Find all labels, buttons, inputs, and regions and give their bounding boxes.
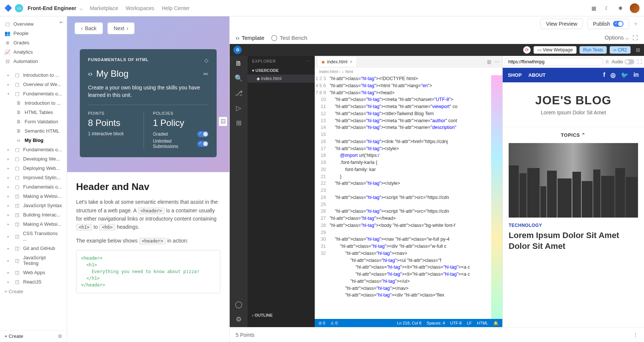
outline-section[interactable]: › OUTLINE [248, 311, 277, 319]
tree-Building-Interac-[interactable]: ▸◫Building Interac... [0, 210, 67, 219]
blog-topics[interactable]: TOPICS ⌃ [503, 127, 644, 143]
tree-child-Form-Validation[interactable]: 🗎Form Validation [0, 117, 67, 126]
view-preview-button[interactable]: View Preview [540, 19, 583, 29]
nav-marketplace[interactable]: Marketplace [90, 5, 118, 11]
code-editor[interactable]: "hl-attr">class="hl-tag"><!DOCTYPE html>… [330, 75, 491, 319]
course-title[interactable]: Front-End Engineer [28, 5, 76, 11]
facebook-icon[interactable]: f [603, 72, 605, 79]
grid-icon[interactable]: ⊞ [636, 47, 640, 53]
tree-Deploying-Web-[interactable]: ▸▢Deploying Web... [0, 164, 67, 173]
tree-Fundamentals-o-[interactable]: ▸▢Fundamentals o... [0, 145, 67, 154]
collapse-sidebar-icon[interactable]: ⇤ [60, 19, 64, 25]
breadcrumb[interactable]: index.html › ⬦ html [315, 68, 502, 75]
tree-JavaScript-Testing[interactable]: ▸◫JavaScript Testing [0, 253, 67, 268]
tree-JavaScript-Syntax[interactable]: ▸◫JavaScript Syntax [0, 201, 67, 210]
status-position[interactable]: Ln 218, Col 8 [397, 321, 421, 326]
tree-Fundamentals-o-[interactable]: ▸▢Fundamentals o... [0, 182, 67, 191]
next-button[interactable]: Next› [107, 22, 135, 34]
audio-toggle[interactable] [625, 59, 634, 64]
image-icon[interactable]: 🖼 [219, 117, 227, 126]
refresh-icon[interactable]: ⟳ [523, 46, 531, 54]
tree-Fundamentals-o-[interactable]: ▾▢Fundamentals o... [0, 89, 67, 98]
bug-icon[interactable]: ✱ [616, 4, 625, 12]
create-button[interactable]: + Create [0, 286, 67, 297]
unlimited-toggle[interactable] [197, 141, 208, 147]
cr2-button[interactable]: ‹› CR2 [610, 46, 631, 54]
instagram-icon[interactable]: ◎ [610, 72, 616, 79]
editor-tab-index[interactable]: ◆index.html× [318, 57, 356, 67]
sidebar-analytics[interactable]: 📈Analytics [0, 47, 67, 57]
preview-url-input[interactable] [505, 58, 603, 66]
explorer-more-icon[interactable]: ⋯ [306, 59, 311, 64]
status-spaces[interactable]: Spaces: 4 [427, 321, 445, 326]
publish-button[interactable]: Publish [587, 19, 629, 29]
files-icon[interactable]: 🗎 [235, 60, 242, 67]
sidebar-overview[interactable]: ▢Overview [0, 19, 67, 29]
tree-CSS-Transitions-[interactable]: ▸◫CSS Transitions ... [0, 229, 67, 244]
tree-Overview-of-We-[interactable]: ▸▢Overview of We... [0, 80, 67, 89]
expand-icon[interactable]: ⛶ [632, 35, 638, 41]
tree-Introduction-to-[interactable]: ▸▢Introduction to ... [0, 70, 67, 80]
tab-testbench[interactable]: ◯Test Bench [271, 34, 307, 41]
copy-icon[interactable]: ⎘ [606, 59, 609, 64]
tree-child-Semantic-HTML[interactable]: 🗎Semantic HTML [0, 126, 67, 136]
view-webpage-button[interactable]: ▭ View Webpage [534, 46, 577, 54]
tree-Developing-We-[interactable]: ▸▢Developing We... [0, 154, 67, 164]
split-icon[interactable]: ▥ [487, 59, 491, 64]
file-index-html[interactable]: ◆ index.html [248, 75, 315, 83]
editor-more-icon[interactable]: ⋯ [495, 59, 499, 64]
tree-Making-a-Websi-[interactable]: ▸◫Making a Websi... [0, 191, 67, 201]
tree-Improved-Stylin-[interactable]: ▸▢Improved Stylin... [0, 173, 67, 182]
bottom-create-button[interactable]: + Create [4, 333, 23, 339]
tree-child-HTML-Tables[interactable]: 🗎HTML Tables [0, 108, 67, 117]
git-icon[interactable]: ⎇ [235, 89, 243, 97]
status-warnings[interactable]: ⚠ 0 [330, 321, 337, 326]
eraser-icon[interactable]: ◇ [204, 57, 208, 63]
settings-icon[interactable]: ⚙ [58, 333, 62, 339]
news-icon[interactable]: ▦ [590, 4, 598, 12]
close-tab-icon[interactable]: × [350, 59, 352, 64]
tree-child-My-Blog[interactable]: ‹›My Blog [0, 136, 67, 145]
nav-workspaces[interactable]: Workspaces [126, 5, 154, 11]
course-dropdown-icon[interactable]: ⌵ [79, 5, 82, 11]
graded-toggle[interactable] [197, 131, 208, 137]
fullscreen-icon[interactable]: ⛶ [637, 59, 642, 64]
back-button[interactable]: ‹Back [75, 22, 103, 34]
status-errors[interactable]: ⊘ 0 [318, 321, 325, 326]
theme-icon[interactable]: ☾ [603, 4, 611, 12]
account-icon[interactable]: ◯ [235, 300, 242, 308]
tab-template[interactable]: ‹›Template [236, 35, 264, 41]
search-icon[interactable]: 🔍 [235, 74, 243, 82]
minimap[interactable] [491, 75, 502, 319]
blog-nav-shop[interactable]: SHOP [508, 72, 522, 78]
blog-nav-about[interactable]: ABOUT [528, 72, 546, 78]
gear-icon[interactable]: ⚙ [233, 46, 242, 54]
options-dropdown[interactable]: Options ⌵ [604, 34, 629, 41]
sidebar-people[interactable]: 👥People [0, 29, 67, 38]
status-bell-icon[interactable]: 🔔 [493, 321, 499, 326]
tree-child-Introduction-to-[interactable]: 🗎Introduction to ... [0, 98, 67, 108]
usercode-folder[interactable]: ▾ USERCODE [248, 67, 315, 75]
linkedin-icon[interactable]: in [634, 72, 639, 79]
twitter-icon[interactable]: 🐦 [621, 72, 628, 79]
sidebar-grades[interactable]: ⊕Grades [0, 38, 67, 47]
wand-icon[interactable]: ✧ [634, 21, 638, 27]
nav-helpcenter[interactable]: Help Center [162, 5, 190, 11]
status-lang[interactable]: HTML [477, 321, 488, 326]
run-tests-button[interactable]: Run Tests [579, 46, 607, 54]
footer-menu-icon[interactable]: ⋮ [633, 332, 638, 338]
status-eol[interactable]: LF [467, 321, 472, 326]
debug-icon[interactable]: ▷ [236, 104, 241, 112]
tree-Making-A-Websi-[interactable]: ▸◫Making A Websi... [0, 219, 67, 229]
tree-Git-and-GitHub[interactable]: ▸◫Git and GitHub [0, 244, 67, 253]
manage-icon[interactable]: ⚙ [236, 315, 242, 323]
tree-Web-Apps[interactable]: ▸◫Web Apps [0, 268, 67, 277]
share-icon[interactable]: ⫘ [202, 70, 208, 77]
blog-category[interactable]: TECHNOLOGY [509, 223, 638, 228]
tree-ReactJS[interactable]: ▸◫ReactJS [0, 277, 67, 286]
sidebar-automation[interactable]: ⊟Automation [0, 57, 67, 66]
blog-article-title[interactable]: Lorem Ipsum Dolor Sit Amet Dolor Sit Ame… [509, 230, 638, 251]
status-encoding[interactable]: UTF-8 [450, 321, 462, 326]
extensions-icon[interactable]: ⊞ [236, 119, 242, 127]
avatar[interactable] [630, 3, 640, 13]
